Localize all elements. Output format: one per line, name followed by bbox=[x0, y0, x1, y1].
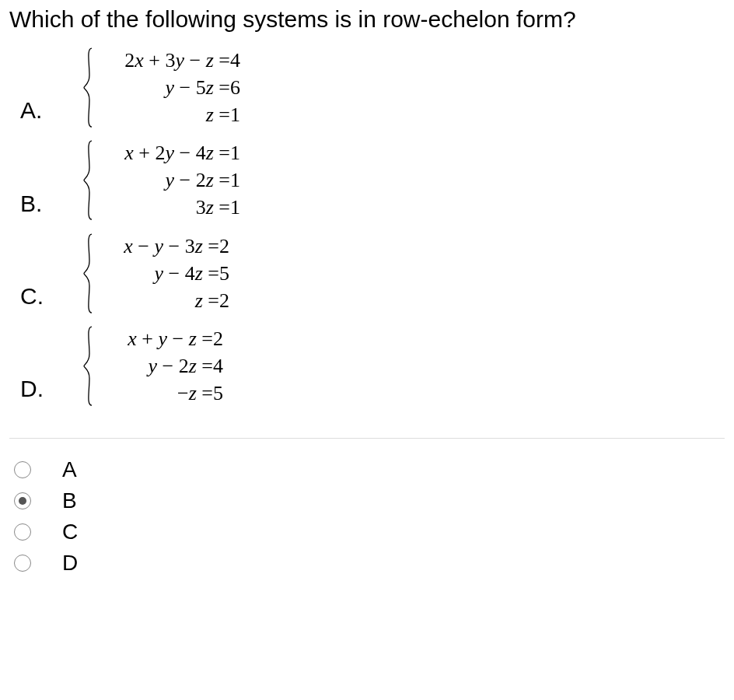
option-letter: D. bbox=[20, 376, 82, 407]
equation-system: x − y − 3z = 2y − 4z = 5z = 2 bbox=[82, 233, 229, 314]
equation-lhs: z = bbox=[96, 287, 219, 314]
answer-row[interactable]: D bbox=[14, 551, 725, 576]
equation: y − 5z = 6 bbox=[96, 74, 240, 101]
left-brace-icon bbox=[82, 47, 93, 128]
option-letter: A. bbox=[20, 97, 82, 128]
equation-rhs: 6 bbox=[230, 74, 240, 101]
option-letter: B. bbox=[20, 191, 82, 222]
equations: 2x + 3y − z = 4y − 5z = 6z = 1 bbox=[96, 47, 240, 128]
answer-label: A bbox=[62, 457, 77, 482]
equation-system: x + y − z = 2y − 2z = 4−z = 5 bbox=[82, 325, 223, 407]
equation: z = 1 bbox=[96, 101, 240, 128]
equation-rhs: 4 bbox=[213, 352, 223, 380]
equations: x + 2y − 4z = 1y − 2z = 13z = 1 bbox=[96, 139, 240, 221]
equation-lhs: x + 2y − 4z = bbox=[96, 139, 230, 166]
equation-lhs: 2x + 3y − z = bbox=[96, 47, 230, 74]
equation-lhs: z = bbox=[96, 101, 230, 128]
equation-lhs: y − 2z = bbox=[96, 352, 213, 380]
radio-button[interactable] bbox=[14, 523, 31, 541]
equation-rhs: 5 bbox=[219, 260, 229, 287]
answer-row[interactable]: B bbox=[14, 488, 725, 513]
answer-row[interactable]: A bbox=[14, 457, 725, 482]
answer-row[interactable]: C bbox=[14, 520, 725, 544]
equation: x + y − z = 2 bbox=[96, 325, 223, 352]
option-letter: C. bbox=[20, 283, 82, 314]
equation-lhs: y − 2z = bbox=[96, 166, 230, 194]
equation: −z = 5 bbox=[96, 380, 223, 407]
option-row: A. 2x + 3y − z = 4y − 5z = 6z = 1 bbox=[20, 47, 725, 128]
radio-button[interactable] bbox=[14, 555, 31, 572]
equation-rhs: 2 bbox=[219, 233, 229, 260]
equation: y − 4z = 5 bbox=[96, 260, 229, 287]
answer-label: B bbox=[62, 488, 77, 513]
equation: z = 2 bbox=[96, 287, 229, 314]
equation: x + 2y − 4z = 1 bbox=[96, 139, 240, 166]
equation-system: 2x + 3y − z = 4y − 5z = 6z = 1 bbox=[82, 47, 240, 128]
options-block: A. 2x + 3y − z = 4y − 5z = 6z = 1B. x + … bbox=[9, 47, 725, 407]
equation-rhs: 1 bbox=[230, 166, 240, 194]
equation-rhs: 4 bbox=[230, 47, 240, 74]
answer-choices: ABCD bbox=[9, 457, 725, 576]
answer-label: C bbox=[62, 520, 78, 544]
option-row: B. x + 2y − 4z = 1y − 2z = 13z = 1 bbox=[20, 139, 725, 221]
equation-rhs: 1 bbox=[230, 101, 240, 128]
radio-button[interactable] bbox=[14, 461, 31, 478]
equation: y − 2z = 4 bbox=[96, 352, 223, 380]
left-brace-icon bbox=[82, 139, 93, 221]
equations: x + y − z = 2y − 2z = 4−z = 5 bbox=[96, 325, 223, 407]
option-row: C. x − y − 3z = 2y − 4z = 5z = 2 bbox=[20, 233, 725, 314]
equation-rhs: 1 bbox=[230, 194, 240, 221]
equation-lhs: x − y − 3z = bbox=[96, 233, 219, 260]
question-text: Which of the following systems is in row… bbox=[9, 6, 725, 33]
equation-lhs: −z = bbox=[96, 380, 213, 407]
equation: y − 2z = 1 bbox=[96, 166, 240, 194]
equation-lhs: 3z = bbox=[96, 194, 230, 221]
equation: x − y − 3z = 2 bbox=[96, 233, 229, 260]
left-brace-icon bbox=[82, 325, 93, 407]
equation: 2x + 3y − z = 4 bbox=[96, 47, 240, 74]
equation: 3z = 1 bbox=[96, 194, 240, 221]
answer-label: D bbox=[62, 551, 78, 576]
equation-lhs: y − 4z = bbox=[96, 260, 219, 287]
equation-rhs: 2 bbox=[213, 325, 223, 352]
equation-system: x + 2y − 4z = 1y − 2z = 13z = 1 bbox=[82, 139, 240, 221]
equations: x − y − 3z = 2y − 4z = 5z = 2 bbox=[96, 233, 229, 314]
equation-lhs: y − 5z = bbox=[96, 74, 230, 101]
equation-rhs: 1 bbox=[230, 139, 240, 166]
equation-rhs: 5 bbox=[213, 380, 223, 407]
equation-lhs: x + y − z = bbox=[96, 325, 213, 352]
left-brace-icon bbox=[82, 233, 93, 314]
equation-rhs: 2 bbox=[219, 287, 229, 314]
radio-button[interactable] bbox=[14, 492, 31, 509]
option-row: D. x + y − z = 2y − 2z = 4−z = 5 bbox=[20, 325, 725, 407]
divider bbox=[9, 438, 725, 439]
